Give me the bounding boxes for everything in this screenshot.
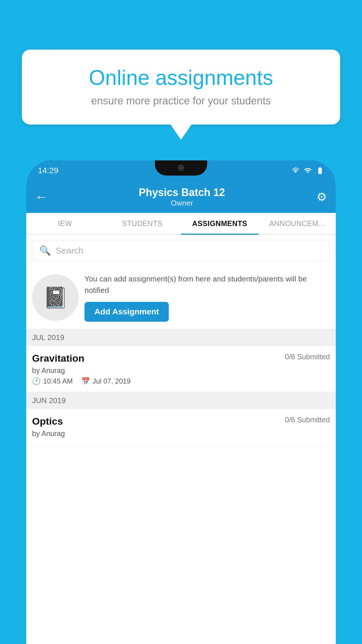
bubble-subtitle: ensure more practice for your students	[39, 95, 323, 107]
clock-icon: 🕐	[32, 377, 41, 385]
status-time: 14:29	[38, 166, 58, 175]
assignment-by: by Anurag	[32, 366, 330, 375]
section-header-jul: JUL 2019	[26, 329, 336, 346]
app-screen: ← Physics Batch 12 Owner ⚙ IEW STUDENTS …	[26, 181, 336, 644]
assignment-item-optics[interactable]: Optics 0/6 Submitted by Anurag	[26, 409, 336, 447]
search-placeholder: Search	[56, 246, 83, 256]
app-header: ← Physics Batch 12 Owner ⚙	[26, 181, 336, 213]
header-subtitle: Owner	[139, 199, 225, 208]
section-header-jun: JUN 2019	[26, 392, 336, 409]
tab-announcements[interactable]: ANNOUNCEM...	[259, 213, 336, 234]
calendar-icon: 📅	[81, 377, 90, 385]
add-assignment-button[interactable]: Add Assignment	[85, 302, 169, 322]
search-icon: 🔍	[39, 245, 51, 256]
assignment-date: Jul 07, 2019	[92, 377, 131, 385]
status-bar: 14:29	[26, 160, 336, 181]
speech-bubble: Online assignments ensure more practice …	[22, 50, 340, 125]
search-bar[interactable]: 🔍 Search	[32, 240, 330, 261]
bubble-title: Online assignments	[39, 66, 323, 90]
promo-section: 📓 You can add assignment(s) from here an…	[26, 266, 336, 329]
battery-icon	[316, 167, 324, 175]
promo-icon-circle: 📓	[32, 274, 79, 321]
settings-button[interactable]: ⚙	[317, 190, 327, 204]
assignment-by-optics: by Anurag	[32, 429, 330, 438]
meta-date: 📅 Jul 07, 2019	[81, 377, 131, 385]
assignment-submitted: 0/6 Submitted	[285, 353, 330, 361]
assignment-top-optics: Optics 0/6 Submitted	[32, 416, 330, 427]
search-container: 🔍 Search	[26, 235, 336, 266]
camera-dot	[178, 164, 184, 171]
header-center: Physics Batch 12 Owner	[139, 186, 225, 208]
content-area: 🔍 Search 📓 You can add assignment(s) fro…	[26, 235, 336, 644]
assignment-name: Gravitation	[32, 353, 84, 364]
assignment-item-gravitation[interactable]: Gravitation 0/6 Submitted by Anurag 🕐 10…	[26, 346, 336, 392]
signal-icon	[304, 167, 312, 175]
notch	[155, 160, 207, 176]
wifi-icon	[291, 167, 300, 175]
back-button[interactable]: ←	[35, 190, 47, 204]
tabs-bar: IEW STUDENTS ASSIGNMENTS ANNOUNCEM...	[26, 213, 336, 235]
assignment-meta: 🕐 10:45 AM 📅 Jul 07, 2019	[32, 377, 330, 385]
tab-iew[interactable]: IEW	[26, 213, 104, 234]
promo-right: You can add assignment(s) from here and …	[85, 273, 330, 322]
tab-assignments[interactable]: ASSIGNMENTS	[181, 213, 259, 234]
status-icons	[291, 167, 324, 175]
meta-time: 🕐 10:45 AM	[32, 377, 73, 385]
notebook-icon: 📓	[43, 286, 68, 309]
phone-frame: 14:29 ← Physics Batch 12 Owner	[26, 160, 336, 644]
header-title: Physics Batch 12	[139, 186, 225, 199]
assignment-top: Gravitation 0/6 Submitted	[32, 353, 330, 364]
assignment-name-optics: Optics	[32, 416, 63, 427]
assignment-submitted-optics: 0/6 Submitted	[285, 416, 330, 424]
assignment-time: 10:45 AM	[43, 377, 73, 385]
tab-students[interactable]: STUDENTS	[104, 213, 181, 234]
promo-text: You can add assignment(s) from here and …	[85, 273, 330, 296]
